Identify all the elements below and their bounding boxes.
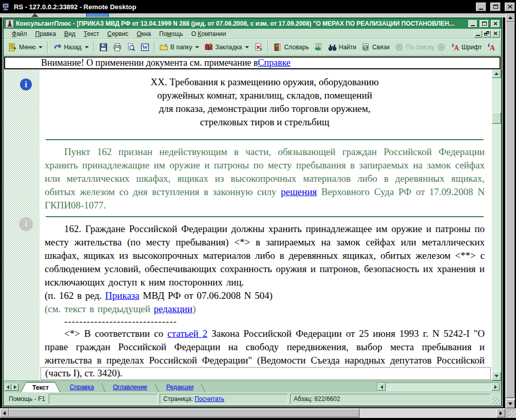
menu-edit[interactable]: Правка bbox=[31, 30, 61, 38]
app-titlebar[interactable]: КонсультантПлюс - [ПРИКАЗ МВД РФ от 12.0… bbox=[4, 18, 501, 29]
status-page: Страница: Посчитать bbox=[160, 394, 288, 404]
divider bbox=[46, 139, 484, 140]
rdp-maximize-button[interactable] bbox=[490, 3, 501, 11]
tab-scroll-buttons bbox=[5, 384, 18, 391]
status-empty-panel bbox=[49, 394, 158, 404]
arrow-up-icon bbox=[508, 16, 512, 19]
scroll-left-button[interactable] bbox=[377, 383, 386, 391]
print-button[interactable] bbox=[110, 42, 124, 52]
bookmark-button[interactable]: Закладка bbox=[202, 42, 252, 52]
document-vertical-scrollbar[interactable] bbox=[492, 69, 501, 380]
rdp-horizontal-scrollbar[interactable] bbox=[0, 408, 505, 418]
arrow-up-icon bbox=[494, 72, 499, 75]
app-minimize-button[interactable] bbox=[468, 20, 477, 28]
chevron-down-icon bbox=[245, 46, 249, 48]
rdp-close-button[interactable] bbox=[505, 3, 515, 11]
menubar: Файл Правка Вид Текст Сервис Окна Помощь… bbox=[4, 29, 501, 39]
rdp-scroll-up-button[interactable] bbox=[506, 13, 515, 22]
back-button[interactable]: Назад bbox=[50, 42, 91, 52]
arrow-down-icon bbox=[508, 403, 512, 405]
menu-file[interactable]: Файл bbox=[8, 30, 31, 38]
clipped-window-fragment bbox=[31, 13, 39, 17]
rdp-window-title: RS - 127.0.0.2:33892 - Remote Desktop bbox=[14, 3, 473, 11]
dictionary-button[interactable]: Словарь bbox=[271, 42, 311, 52]
send-fragment-button[interactable] bbox=[252, 42, 265, 52]
info-icon-disabled[interactable]: i bbox=[19, 217, 33, 231]
arrow-right-icon bbox=[14, 385, 16, 389]
to-folder-button[interactable]: В папку bbox=[157, 42, 202, 52]
font-button-label: Шрифт bbox=[462, 44, 482, 51]
arrow-down-icon bbox=[494, 375, 499, 377]
rdp-scroll-left-button[interactable] bbox=[0, 409, 9, 417]
tab-editions[interactable]: Редакции bbox=[157, 382, 203, 392]
toolbar-separator bbox=[154, 42, 155, 53]
tab-scroll-right-button[interactable] bbox=[12, 384, 18, 391]
search-button[interactable] bbox=[124, 42, 138, 52]
rdp-vertical-scrollbar[interactable] bbox=[505, 13, 515, 408]
tab-toc[interactable]: Оглавление bbox=[104, 382, 157, 392]
document-close-button[interactable]: ✕ bbox=[491, 30, 500, 37]
export-word-button[interactable]: W bbox=[138, 42, 152, 52]
article-link[interactable]: статьей 2 bbox=[167, 328, 207, 339]
minimize-icon bbox=[471, 25, 475, 26]
scroll-right-button[interactable] bbox=[491, 383, 500, 391]
amendment-line: (п. 162 в ред. Приказа МВД РФ от 07.06.2… bbox=[45, 289, 485, 302]
rdp-resize-corner[interactable] bbox=[505, 408, 516, 418]
rdp-titlebar[interactable]: RS - 127.0.0.2:33892 - Remote Desktop bbox=[0, 0, 516, 13]
menu-view[interactable]: Вид bbox=[60, 30, 80, 38]
close-icon: ✕ bbox=[493, 21, 498, 27]
resize-grip[interactable] bbox=[493, 397, 500, 405]
minimize-icon bbox=[479, 9, 483, 10]
links-button[interactable]: Связи bbox=[359, 42, 392, 52]
order-link[interactable]: Приказа bbox=[105, 290, 140, 301]
warning-text: Внимание! О применении документа см. при… bbox=[41, 58, 258, 68]
count-pages-link[interactable]: Посчитать bbox=[195, 395, 224, 403]
scrollbar-thumb[interactable] bbox=[492, 112, 501, 124]
find-button[interactable]: Найти bbox=[326, 42, 359, 52]
tab-scroll-left-button[interactable] bbox=[5, 384, 11, 391]
app-close-button[interactable]: ✕ bbox=[491, 20, 500, 28]
rdp-hscrollbar-thumb[interactable] bbox=[9, 409, 359, 417]
app-maximize-button[interactable] bbox=[480, 20, 489, 28]
warning-help-link[interactable]: Справке bbox=[258, 58, 290, 68]
menu-service[interactable]: Сервис bbox=[103, 30, 132, 38]
rdp-scroll-down-button[interactable] bbox=[506, 399, 515, 408]
font-decrease-button[interactable]: A bbox=[484, 42, 498, 52]
info-icon[interactable]: i bbox=[20, 79, 32, 90]
save-button[interactable] bbox=[97, 42, 110, 52]
scroll-down-button[interactable] bbox=[492, 372, 501, 380]
folder-icon bbox=[160, 43, 168, 51]
toolbar-separator bbox=[93, 42, 94, 53]
arrow-left-icon bbox=[7, 385, 9, 389]
close-icon: ✕ bbox=[493, 31, 498, 36]
scroll-up-button[interactable] bbox=[492, 69, 501, 78]
next-in-list-button[interactable] bbox=[434, 42, 448, 52]
rdp-vscrollbar-thumb[interactable] bbox=[506, 22, 515, 398]
toolbar-separator bbox=[47, 42, 48, 53]
tab-text[interactable]: Текст bbox=[21, 382, 61, 392]
status-paragraph: Абзац: 822/6602 bbox=[290, 394, 490, 404]
menu-button[interactable]: Меню bbox=[6, 42, 45, 52]
rdp-minimize-button[interactable] bbox=[476, 3, 486, 11]
consultantplus-window: КонсультантПлюс - [ПРИКАЗ МВД РФ от 12.0… bbox=[3, 17, 502, 407]
menu-windows[interactable]: Окна bbox=[132, 30, 155, 38]
menu-help[interactable]: Помощь bbox=[155, 30, 187, 38]
edition-link[interactable]: редакции bbox=[154, 303, 193, 314]
clipped-window-fragment bbox=[86, 13, 109, 17]
prev-in-list-button[interactable] bbox=[392, 42, 406, 52]
bookmark-button-label: Закладка bbox=[215, 44, 242, 51]
consultantplus-logo-icon bbox=[5, 20, 14, 28]
rdp-scroll-right-button[interactable] bbox=[496, 409, 505, 417]
copy-to-document-button[interactable] bbox=[312, 42, 326, 52]
section-heading: XX. Требования к размещению оружия, обор… bbox=[45, 75, 485, 129]
document-margin: i i bbox=[4, 69, 40, 380]
menu-about[interactable]: О Компании bbox=[187, 30, 230, 38]
document-restore-button[interactable] bbox=[483, 30, 491, 37]
arrow-right-icon bbox=[500, 411, 502, 415]
tab-help[interactable]: Справка bbox=[61, 382, 103, 392]
decision-link[interactable]: решения bbox=[281, 186, 317, 197]
document-minimize-button[interactable] bbox=[474, 30, 482, 37]
font-button[interactable]: A Шрифт bbox=[448, 42, 484, 52]
document-horizontal-scrollbar[interactable] bbox=[377, 383, 500, 391]
menu-text[interactable]: Текст bbox=[80, 30, 103, 38]
